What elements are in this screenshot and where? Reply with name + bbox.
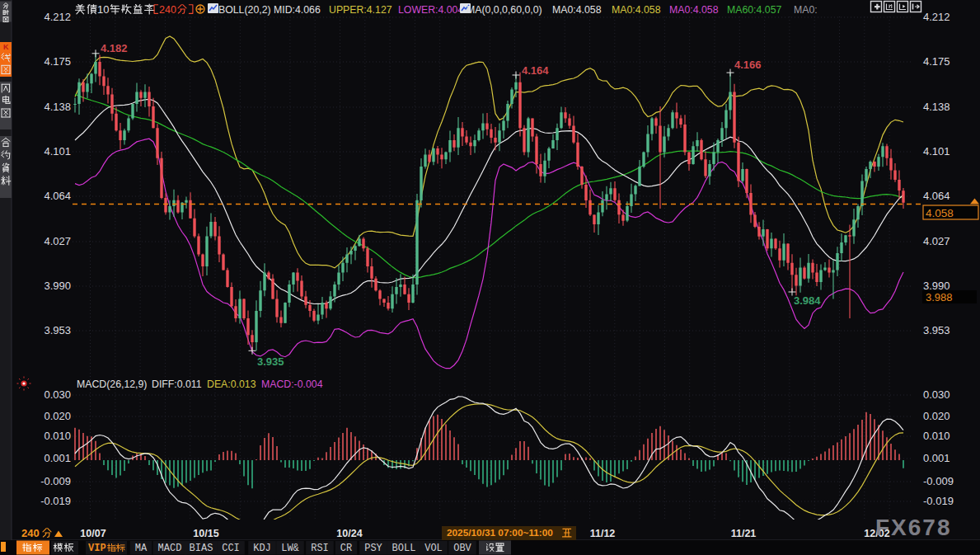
svg-text:MA0:4.058: MA0:4.058 xyxy=(612,4,661,16)
svg-text:0.001: 0.001 xyxy=(923,452,950,464)
svg-text:MA(0,0,0,60,0,0): MA(0,0,0,60,0,0) xyxy=(467,4,542,16)
svg-text:-0.019: -0.019 xyxy=(40,495,71,507)
svg-text:10/24: 10/24 xyxy=(336,528,362,539)
svg-text:3.990: 3.990 xyxy=(44,280,71,292)
svg-text:4.058: 4.058 xyxy=(926,207,954,219)
svg-text:MACD(26,12,9): MACD(26,12,9) xyxy=(77,379,147,390)
svg-text:K: K xyxy=(3,43,9,51)
svg-text:3.953: 3.953 xyxy=(44,324,71,336)
svg-text:4.027: 4.027 xyxy=(923,235,950,247)
svg-text:3.988: 3.988 xyxy=(926,291,953,303)
svg-text:10: 10 xyxy=(97,3,109,16)
svg-text:VOL: VOL xyxy=(424,543,443,554)
svg-text:LOWER:4.004: LOWER:4.004 xyxy=(398,4,463,16)
svg-text:3.935: 3.935 xyxy=(257,355,284,368)
svg-text:RSI: RSI xyxy=(311,543,329,554)
svg-text:FX678: FX678 xyxy=(875,515,952,540)
svg-text:0.030: 0.030 xyxy=(44,388,71,401)
svg-text:OBV: OBV xyxy=(453,543,471,554)
svg-text:0.010: 0.010 xyxy=(44,430,71,442)
svg-text:4.064: 4.064 xyxy=(923,190,950,202)
svg-text:DEA:0.013: DEA:0.013 xyxy=(207,379,256,390)
svg-text:4.101: 4.101 xyxy=(44,145,71,158)
svg-text:-0.019: -0.019 xyxy=(923,495,954,507)
svg-text:11/21: 11/21 xyxy=(731,528,757,539)
svg-text:UPPER:4.127: UPPER:4.127 xyxy=(329,4,392,16)
svg-text:4.182: 4.182 xyxy=(101,42,128,54)
svg-text:PSY: PSY xyxy=(364,543,382,554)
svg-text:11/12: 11/12 xyxy=(590,528,616,539)
svg-text:4.166: 4.166 xyxy=(734,59,762,71)
svg-text:4.101: 4.101 xyxy=(923,145,950,158)
svg-text:DIFF:0.011: DIFF:0.011 xyxy=(152,379,202,390)
svg-text:MA0:: MA0: xyxy=(794,4,818,16)
svg-text:CR: CR xyxy=(340,543,352,554)
svg-text:4.212: 4.212 xyxy=(923,11,950,23)
svg-text:-0.009: -0.009 xyxy=(40,475,71,487)
svg-text:4.138: 4.138 xyxy=(44,101,71,113)
svg-text:BIAS: BIAS xyxy=(190,543,213,554)
svg-text:MA0:4.058: MA0:4.058 xyxy=(552,4,602,16)
svg-text:3.953: 3.953 xyxy=(923,324,950,336)
svg-text:VIP: VIP xyxy=(88,543,106,554)
svg-text:2025/10/31 07:00~11:00: 2025/10/31 07:00~11:00 xyxy=(447,527,553,539)
svg-text:3.990: 3.990 xyxy=(923,280,950,292)
svg-text:0.001: 0.001 xyxy=(44,452,71,464)
svg-text:MID:4.066: MID:4.066 xyxy=(274,4,321,16)
svg-text:MACD: MACD xyxy=(158,543,182,554)
svg-text:MA60:4.057: MA60:4.057 xyxy=(727,4,781,16)
svg-text:BOLL(20,2): BOLL(20,2) xyxy=(218,4,271,16)
svg-text:CCI: CCI xyxy=(222,543,240,554)
svg-text:MA0:4.058: MA0:4.058 xyxy=(669,4,719,16)
svg-text:4.175: 4.175 xyxy=(44,55,71,68)
svg-text:240: 240 xyxy=(21,527,40,539)
svg-text:10/07: 10/07 xyxy=(80,528,106,539)
svg-text:240: 240 xyxy=(159,4,176,16)
svg-text:3.984: 3.984 xyxy=(794,294,821,307)
svg-text:4.138: 4.138 xyxy=(923,101,950,113)
svg-text:LW&: LW& xyxy=(281,543,299,554)
svg-text:0.020: 0.020 xyxy=(44,410,71,422)
svg-text:0.020: 0.020 xyxy=(923,410,950,422)
svg-text:-0.009: -0.009 xyxy=(923,475,954,487)
svg-text:MACD:-0.004: MACD:-0.004 xyxy=(261,379,323,390)
svg-text:KDJ: KDJ xyxy=(253,543,271,554)
svg-text:MA: MA xyxy=(135,543,148,554)
svg-text:4.064: 4.064 xyxy=(44,190,71,202)
svg-text:4.175: 4.175 xyxy=(923,55,950,68)
svg-text:4.164: 4.164 xyxy=(522,64,549,77)
svg-text:10/15: 10/15 xyxy=(193,528,218,539)
svg-text:4.027: 4.027 xyxy=(44,235,71,247)
svg-text:0.010: 0.010 xyxy=(923,430,950,442)
svg-text:4.212: 4.212 xyxy=(44,11,71,23)
svg-text:0.030: 0.030 xyxy=(923,388,950,401)
svg-text:BOLL: BOLL xyxy=(392,543,416,554)
